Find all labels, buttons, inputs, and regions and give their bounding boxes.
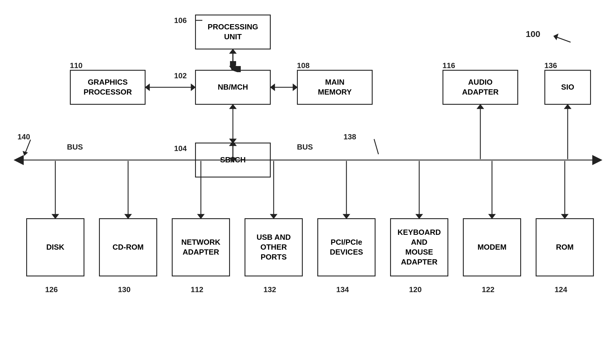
svg-line-46 [555, 36, 571, 42]
svg-marker-33 [125, 214, 131, 218]
cd-rom-box: CD-ROM [99, 218, 157, 276]
main-memory-box: MAINMEMORY [297, 70, 373, 105]
rom-label: ROM [556, 242, 574, 252]
bus-right-label: BUS [297, 143, 313, 152]
svg-marker-41 [416, 214, 422, 218]
svg-marker-43 [489, 214, 495, 218]
svg-marker-14 [293, 84, 297, 90]
ref-124: 124 [555, 285, 567, 294]
ref-140: 140 [17, 132, 30, 141]
svg-marker-27 [477, 105, 483, 109]
modem-label: MODEM [477, 242, 507, 252]
network-adapter-label: NETWORKADAPTER [181, 237, 220, 257]
audio-adapter-box: AUDIOADAPTER [442, 70, 518, 105]
svg-marker-29 [565, 105, 571, 109]
svg-marker-47 [554, 34, 558, 39]
ref-130: 130 [118, 285, 130, 294]
ref-108: 108 [297, 61, 309, 70]
svg-marker-50 [23, 152, 27, 155]
pci-devices-box: PCI/PCIeDEVICES [317, 218, 376, 276]
ref-100: 100 [526, 29, 540, 39]
graphics-processor-box: GRAPHICSPROCESSOR [70, 70, 146, 105]
sio-box: SIO [544, 70, 591, 105]
disk-label: DISK [46, 242, 64, 252]
ref-134: 134 [336, 285, 349, 294]
svg-marker-7 [230, 49, 236, 53]
ref-136: 136 [544, 61, 557, 70]
keyboard-mouse-box: KEYBOARDANDMOUSEADAPTER [390, 218, 448, 276]
svg-marker-37 [271, 214, 277, 218]
svg-marker-31 [52, 214, 58, 218]
keyboard-mouse-label: KEYBOARDANDMOUSEADAPTER [398, 228, 441, 267]
svg-line-49 [25, 140, 31, 154]
ref-116: 116 [442, 61, 455, 70]
rom-box: ROM [536, 218, 594, 276]
processing-unit-box: PROCESSINGUNIT [195, 15, 271, 49]
ref-122: 122 [482, 285, 494, 294]
main-memory-label: MAINMEMORY [318, 77, 352, 97]
ref-120: 120 [409, 285, 422, 294]
graphics-processor-label: GRAPHICSPROCESSOR [84, 77, 132, 97]
ref-106: 106 [174, 16, 187, 25]
ref-102: 102 [174, 71, 187, 80]
sio-label: SIO [561, 82, 574, 92]
svg-marker-35 [198, 214, 204, 218]
cd-rom-label: CD-ROM [113, 242, 144, 252]
usb-ports-box: USB ANDOTHERPORTS [245, 218, 303, 276]
ref-132: 132 [263, 285, 276, 294]
ref-110: 110 [70, 61, 82, 70]
ref-104: 104 [174, 144, 187, 153]
ref-112: 112 [191, 285, 203, 294]
ref-126: 126 [45, 285, 58, 294]
network-adapter-box: NETWORKADAPTER [172, 218, 230, 276]
audio-adapter-label: AUDIOADAPTER [462, 77, 499, 97]
arrows-overlay [0, 0, 616, 364]
pci-devices-label: PCI/PCIeDEVICES [330, 237, 363, 257]
ref-138: 138 [344, 132, 356, 141]
svg-marker-16 [230, 105, 236, 109]
svg-marker-39 [344, 214, 349, 218]
nb-mch-box: NB/MCH [195, 70, 271, 105]
svg-marker-10 [146, 84, 149, 90]
processing-unit-label: PROCESSINGUNIT [208, 22, 258, 42]
bus-left-label: BUS [67, 143, 83, 152]
svg-marker-19 [15, 156, 23, 164]
sb-ich-label: SB/ICH [220, 155, 246, 165]
svg-marker-20 [593, 156, 601, 164]
usb-ports-label: USB ANDOTHERPORTS [256, 232, 291, 262]
svg-marker-11 [191, 84, 195, 90]
svg-line-51 [374, 139, 378, 154]
modem-box: MODEM [463, 218, 521, 276]
svg-marker-45 [562, 214, 568, 218]
svg-marker-13 [271, 84, 275, 90]
sb-ich-box: SB/ICH [195, 143, 271, 177]
nb-mch-label: NB/MCH [218, 82, 248, 92]
disk-box: DISK [26, 218, 84, 276]
